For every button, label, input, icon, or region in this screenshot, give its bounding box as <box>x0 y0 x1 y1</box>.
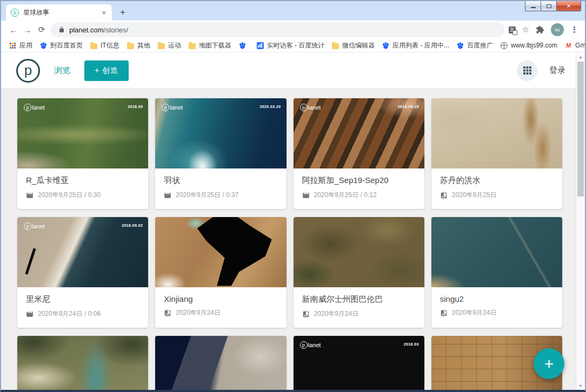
planet-watermark: planet <box>300 104 321 111</box>
story-date: 2020年9月25日 / 0:30 <box>38 191 101 200</box>
bookmark-folder-map[interactable]: 地图下载器 <box>185 39 235 52</box>
story-date: 2020年9月25日 / 0:12 <box>314 191 377 200</box>
bookmark-label: 实时访客 - 百度统计 <box>267 41 325 50</box>
bookmark-baidu[interactable] <box>235 39 253 52</box>
planet-logo[interactable]: p <box>16 59 40 83</box>
folder-icon <box>332 43 339 49</box>
thumbnail-date-overlay: 2019.09.25 <box>398 105 419 109</box>
story-card[interactable]: planet 2020.03.20 羽状 2020年9月25日 / 0:37 <box>155 98 286 209</box>
story-card[interactable]: singu2 2020年9月24日 <box>431 217 562 328</box>
baidu-paw-icon <box>457 42 464 49</box>
analytics-icon <box>257 42 264 49</box>
planet-watermark: planet <box>162 104 183 111</box>
create-button[interactable]: + 创造 <box>84 60 129 81</box>
bookmark-label: 运动 <box>168 41 181 50</box>
story-thumbnail: planet 2016.03 <box>294 336 424 390</box>
bookmark-label: 应用 <box>19 41 32 50</box>
tab-favicon-icon: p <box>11 9 19 17</box>
bookmark-apps[interactable]: 应用 <box>5 39 36 52</box>
story-meta: 2020年9月25日 / 0:12 <box>302 191 416 200</box>
browser-menu-icon[interactable]: ⋮ <box>570 25 578 35</box>
story-card[interactable] <box>155 336 286 390</box>
story-thumbnail <box>431 98 562 168</box>
planet-watermark: planet <box>24 222 45 230</box>
thumbnail-date-overlay: 2020.03.20 <box>259 105 281 109</box>
story-card[interactable]: planet 2016.03 <box>294 336 424 390</box>
story-meta: 2020年9月25日 / 0:37 <box>164 191 277 200</box>
tab-strip: p 星球故事 × + ✕ <box>1 1 585 21</box>
bookmark-baidu-tongji[interactable]: 实时访客 - 百度统计 <box>253 39 329 52</box>
tab-close-icon[interactable]: × <box>101 9 107 17</box>
minimize-button[interactable] <box>525 1 541 11</box>
scrollbar-thumb[interactable] <box>577 62 584 197</box>
story-meta: 2020年9月24日 / 0:06 <box>26 309 139 319</box>
bookmarks-bar: 应用 到百度首页 IT信息 其他 运动 地图下载器 实时访客 - 百度统计 微信… <box>1 39 585 52</box>
movie-icon <box>302 192 310 199</box>
story-thumbnail: planet 2016.09 <box>17 98 148 168</box>
translate-icon[interactable]: 文 <box>509 26 516 33</box>
back-button[interactable]: ← <box>6 23 21 37</box>
apps-grid-icon <box>523 66 525 69</box>
bookmark-label: www.lbjs99.com <box>511 42 557 49</box>
scroll-up-arrow[interactable]: ▲ <box>576 52 585 61</box>
page-scrollbar[interactable]: ▲ ▼ <box>576 52 585 390</box>
thumbnail-date-overlay: 2016.09 <box>128 105 143 109</box>
planet-watermark: planet <box>24 104 45 111</box>
maximize-button[interactable] <box>541 1 557 11</box>
extensions-puzzle-icon[interactable] <box>536 25 544 34</box>
bookmark-folder-other[interactable]: 其他 <box>123 39 154 52</box>
story-card[interactable]: planet 2016.09.02 里米尼 2020年9月24日 / 0:06 <box>17 217 148 328</box>
compare-icon <box>302 310 310 318</box>
forward-button[interactable]: → <box>21 23 35 37</box>
thumbnail-date-overlay: 2016.09.02 <box>122 224 143 227</box>
bookmark-folder-wechat[interactable]: 微信编辑器 <box>328 39 378 52</box>
bookmark-label: 地图下载器 <box>199 41 231 50</box>
story-thumbnail: planet 2020.03.20 <box>155 98 286 168</box>
bookmark-folder-it[interactable]: IT信息 <box>86 39 123 52</box>
nav-browse-link[interactable]: 浏览 <box>54 65 70 76</box>
bookmark-gmail[interactable]: Gmail <box>561 39 586 52</box>
bookmark-lbjs99[interactable]: www.lbjs99.com <box>497 39 561 52</box>
planet-watermark-text: lanet <box>32 223 45 229</box>
tab-planet-stories[interactable]: p 星球故事 × <box>6 4 112 21</box>
login-button[interactable]: 登录 <box>549 65 565 76</box>
bookmark-folder-sport[interactable]: 运动 <box>154 39 185 52</box>
reload-button[interactable]: ⟳ <box>35 23 49 37</box>
story-card[interactable]: 苏丹的洪水 2020年9月25日 <box>431 98 562 209</box>
new-tab-button[interactable]: + <box>116 5 130 19</box>
story-thumbnail <box>431 217 562 287</box>
address-bar[interactable]: planet.com/stories/ <box>51 22 504 37</box>
story-thumbnail <box>155 217 286 287</box>
planet-circle-icon: p <box>24 222 31 230</box>
lock-icon[interactable] <box>58 26 65 33</box>
story-card[interactable]: Xinjiang 2020年9月24日 <box>155 217 286 328</box>
bookmark-baidu-promo[interactable]: 百度推广 <box>453 39 497 52</box>
story-card[interactable]: 新南威尔士州图巴伦巴 2020年9月24日 <box>294 217 424 328</box>
planet-circle-icon: p <box>24 104 31 111</box>
story-thumbnail: planet 2019.09.25 <box>294 98 424 168</box>
apps-menu-button[interactable] <box>517 60 537 81</box>
story-thumbnail: planet 2016.09.02 <box>17 217 148 287</box>
gmail-icon <box>565 42 572 49</box>
folder-icon <box>127 43 134 49</box>
story-date: 2020年9月24日 <box>176 308 221 317</box>
maximize-icon <box>547 4 551 8</box>
compare-icon <box>440 309 448 317</box>
scroll-down-arrow[interactable]: ▼ <box>576 381 585 390</box>
story-thumbnail <box>155 336 286 390</box>
planet-watermark-text: lanet <box>170 104 183 111</box>
close-button[interactable]: ✕ <box>556 1 581 11</box>
bookmark-baidu-home[interactable]: 到百度首页 <box>36 39 86 52</box>
planet-watermark-text: lanet <box>308 342 321 348</box>
toolbar-icons: 文 ☆ su ⋮ <box>509 23 580 36</box>
story-card[interactable] <box>17 336 148 390</box>
movie-icon <box>164 192 171 199</box>
folder-icon <box>158 43 165 49</box>
bookmark-star-icon[interactable]: ☆ <box>522 25 529 35</box>
story-card[interactable]: planet 2016.09 R_瓜卡维亚 2020年9月25日 / 0:30 <box>17 98 148 209</box>
profile-avatar[interactable]: su <box>551 23 564 36</box>
story-card[interactable]: planet 2019.09.25 阿拉斯加_Sep19-Sep20 2020年… <box>294 98 424 209</box>
bookmark-app-list[interactable]: 应用列表 - 应用中... <box>378 39 453 52</box>
create-story-fab[interactable]: + <box>534 348 564 379</box>
apps-grid-icon <box>9 42 16 49</box>
